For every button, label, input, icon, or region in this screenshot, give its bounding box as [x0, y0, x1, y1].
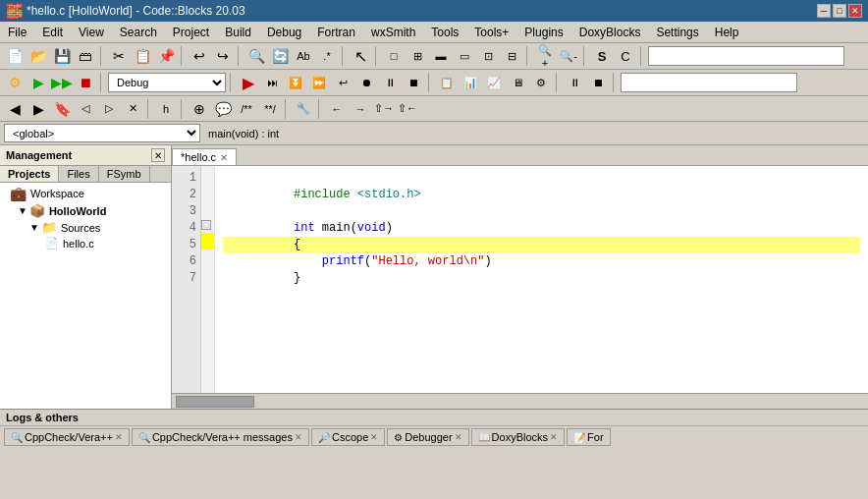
bottom-tab-debugger[interactable]: ⚙ Debugger ✕ — [387, 428, 468, 446]
debug-misc12[interactable]: ⚙ — [530, 72, 552, 93]
menu-tools[interactable]: Tools — [423, 24, 466, 41]
menu-build[interactable]: Build — [217, 24, 259, 41]
tb-misc3[interactable]: ▬ — [430, 45, 452, 67]
prev-bookmark-btn[interactable]: ◁ — [75, 98, 96, 120]
save-all-button[interactable]: 🗃 — [75, 45, 96, 67]
bottom-tab-doxyblocks[interactable]: 📖 DoxyBlocks ✕ — [471, 428, 565, 446]
bottom-tab-cppcheck[interactable]: 🔍 CppCheck/Vera++ ✕ — [4, 428, 130, 446]
debug-misc8[interactable]: 📋 — [436, 72, 458, 93]
tb-S-button[interactable]: S — [591, 45, 613, 67]
find-button[interactable]: 🔍 — [245, 45, 267, 67]
debug-misc2[interactable]: ⏬ — [285, 72, 306, 93]
debug-misc3[interactable]: ⏩ — [308, 72, 330, 93]
sidebar-tab-projects[interactable]: Projects — [0, 166, 59, 182]
find-regex-button[interactable]: .* — [316, 45, 338, 67]
sidebar-close-btn[interactable]: ✕ — [151, 148, 165, 162]
code-misc3[interactable]: **/ — [259, 98, 281, 120]
scope-global-select[interactable]: <global> — [4, 124, 200, 142]
code-misc2[interactable]: /** — [236, 98, 257, 120]
bottom-tab-cscope[interactable]: 🔎 Cscope ✕ — [311, 428, 385, 446]
menu-file[interactable]: File — [0, 24, 34, 41]
debug-start-btn[interactable]: ▶ — [238, 72, 259, 93]
debug-misc11[interactable]: 🖥 — [507, 72, 528, 93]
bottom-tab-cppcheck-msg[interactable]: 🔍 CppCheck/Vera++ messages ✕ — [132, 428, 309, 446]
tree-workspace[interactable]: 💼 Workspace — [2, 185, 169, 202]
tb-misc4[interactable]: ▭ — [454, 45, 475, 67]
menu-fortran[interactable]: Fortran — [309, 24, 363, 41]
debug-config-dropdown[interactable]: Debug — [108, 73, 226, 92]
doxyblocks-close-btn[interactable]: ✕ — [550, 432, 558, 442]
tree-project[interactable]: ▼ 📦 HolloWorld — [2, 202, 169, 219]
cppcheck-close-btn[interactable]: ✕ — [115, 432, 123, 442]
menu-settings[interactable]: Settings — [648, 24, 706, 41]
next-bookmark-btn[interactable]: ▷ — [98, 98, 120, 120]
editor-tab-hello-c[interactable]: *hello.c ✕ — [172, 148, 237, 165]
sidebar-tab-files[interactable]: Files — [59, 166, 98, 182]
debug-misc1[interactable]: ⏭ — [261, 72, 283, 93]
debug-misc9[interactable]: 📊 — [460, 72, 481, 93]
new-button[interactable]: 📄 — [4, 45, 26, 67]
open-button[interactable]: 📂 — [27, 45, 49, 67]
code-misc7[interactable]: ⇧→ — [373, 98, 395, 120]
find-reg-button[interactable]: Ab — [293, 45, 314, 67]
code-misc8[interactable]: ⇧← — [397, 98, 418, 120]
bookmark-btn[interactable]: 🔖 — [51, 98, 73, 120]
debug-misc7[interactable]: ⏹ — [403, 72, 424, 93]
debugger-close-btn[interactable]: ✕ — [455, 432, 462, 442]
save-button[interactable]: 💾 — [51, 45, 73, 67]
stop-btn[interactable]: ⏹ — [75, 72, 96, 93]
tb-misc1[interactable]: □ — [383, 45, 405, 67]
cut-button[interactable]: ✂ — [108, 45, 130, 67]
copy-button[interactable]: 📋 — [132, 45, 153, 67]
editor-tab-close-btn[interactable]: ✕ — [220, 152, 228, 163]
toolbar-search-input[interactable] — [648, 46, 844, 66]
h-scrollbar-thumb[interactable] — [176, 396, 254, 408]
clear-bookmarks-btn[interactable]: ✕ — [122, 98, 143, 120]
code-misc1[interactable]: 💬 — [212, 98, 234, 120]
bottom-tab-for[interactable]: 📝 For — [567, 428, 611, 446]
undo-button[interactable]: ↩ — [189, 45, 210, 67]
code-editor[interactable]: 1 2 3 4 5 6 7 □ — [172, 166, 868, 393]
tb-misc2[interactable]: ⊞ — [407, 45, 428, 67]
nav-forward-btn[interactable]: ▶ — [27, 98, 49, 120]
sidebar-tab-fsymb[interactable]: FSymb — [99, 166, 150, 182]
menu-view[interactable]: View — [71, 24, 112, 41]
toggle-header-btn[interactable]: h — [155, 98, 177, 120]
tb-misc6[interactable]: ⊟ — [501, 45, 522, 67]
cscope-close-btn[interactable]: ✕ — [370, 432, 378, 442]
code-misc6[interactable]: → — [350, 98, 371, 120]
cppcheck-msg-close-btn[interactable]: ✕ — [295, 432, 302, 442]
code-misc5[interactable]: ← — [326, 98, 348, 120]
nav-back-btn[interactable]: ◀ — [4, 98, 26, 120]
minimize-button[interactable]: ─ — [817, 4, 831, 18]
build-run-btn[interactable]: ▶▶ — [51, 72, 73, 93]
debug-misc4[interactable]: ↩ — [332, 72, 353, 93]
debug-misc10[interactable]: 📈 — [483, 72, 505, 93]
jump-btn[interactable]: ⊕ — [189, 98, 210, 120]
debug-misc6[interactable]: ⏸ — [379, 72, 401, 93]
paste-button[interactable]: 📌 — [155, 45, 177, 67]
close-button[interactable]: ✕ — [848, 4, 862, 18]
tree-hello-c[interactable]: 📄 hello.c — [2, 236, 169, 250]
tb-C-button[interactable]: C — [615, 45, 636, 67]
menu-wxsmith[interactable]: wxSmith — [363, 24, 423, 41]
maximize-button[interactable]: □ — [833, 4, 846, 18]
tb-misc5[interactable]: ⊡ — [477, 45, 499, 67]
code-content[interactable]: #include <stdio.h> int main(void) { prin… — [215, 166, 868, 393]
zoom-out-button[interactable]: 🔍- — [558, 45, 579, 67]
build-btn[interactable]: ⚙ — [4, 72, 26, 93]
cursor-button[interactable]: ↖ — [350, 45, 371, 67]
menu-help[interactable]: Help — [707, 24, 747, 41]
menu-tools-plus[interactable]: Tools+ — [466, 24, 516, 41]
menu-search[interactable]: Search — [112, 24, 165, 41]
replace-button[interactable]: 🔄 — [269, 45, 291, 67]
debug-misc5[interactable]: ⏺ — [355, 72, 377, 93]
debug-search-input[interactable] — [621, 73, 797, 92]
code-misc4[interactable]: 🔧 — [293, 98, 314, 120]
menu-debug[interactable]: Debug — [259, 24, 309, 41]
debug-stop-btn[interactable]: ⏹ — [587, 72, 609, 93]
redo-button[interactable]: ↪ — [212, 45, 234, 67]
menu-plugins[interactable]: Plugins — [516, 24, 570, 41]
menu-edit[interactable]: Edit — [34, 24, 71, 41]
tree-sources[interactable]: ▼ 📁 Sources — [2, 219, 169, 236]
